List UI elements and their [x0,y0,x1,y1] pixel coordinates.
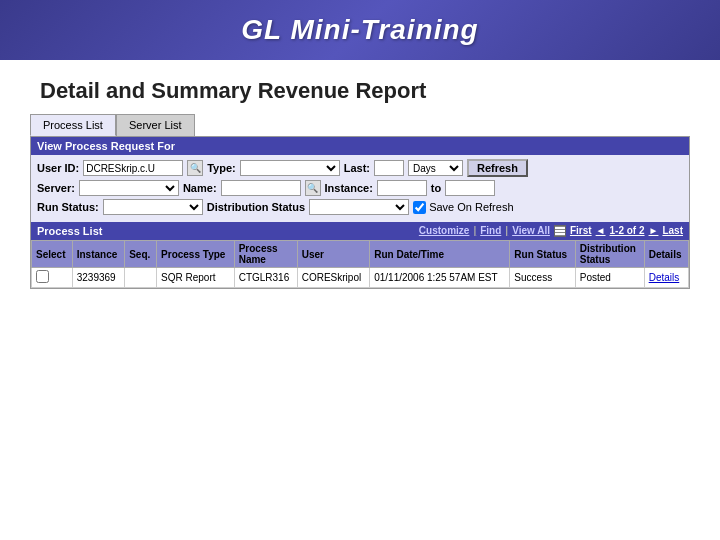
first-nav[interactable]: First [570,225,592,237]
view-all-link[interactable]: View All [512,225,550,237]
col-process-name: ProcessName [234,241,297,268]
main-content: Process List Server List View Process Re… [0,114,720,289]
table-header-row: Select Instance Seq. Process Type Proces… [32,241,689,268]
details-link[interactable]: Details [649,272,680,283]
main-panel: View Process Request For User ID: 🔍 Type… [30,136,690,289]
process-list-header: Process List Customize | Find | View All… [31,222,689,240]
row-checkbox[interactable] [36,270,49,283]
cell-user: CORESkripol [297,268,369,288]
app-title: GL Mini-Training [241,14,478,46]
col-run-status: Run Status [510,241,575,268]
col-user: User [297,241,369,268]
cell-run-status: Success [510,268,575,288]
days-dropdown[interactable]: Days [408,160,463,176]
form-row-2: Server: Name: 🔍 Instance: to [37,180,683,196]
subtitle-area: Detail and Summary Revenue Report [0,60,720,114]
distribution-status-label: Distribution Status [207,201,305,213]
type-label: Type: [207,162,236,174]
run-status-dropdown[interactable] [103,199,203,215]
save-on-refresh-checkbox[interactable] [413,201,426,214]
tab-bar: Process List Server List [30,114,690,136]
col-seq: Seq. [125,241,157,268]
last-label: Last: [344,162,370,174]
cell-select[interactable] [32,268,73,288]
app-header: GL Mini-Training [0,0,720,60]
server-label: Server: [37,182,75,194]
user-id-search-icon[interactable]: 🔍 [187,160,203,176]
cell-process-name: CTGLR316 [234,268,297,288]
col-details: Details [644,241,688,268]
pagination-info: 1-2 of 2 [610,225,645,237]
process-table: Select Instance Seq. Process Type Proces… [31,240,689,288]
col-instance: Instance [72,241,124,268]
cell-process-type: SQR Report [157,268,235,288]
form-row-3: Run Status: Distribution Status Save On … [37,199,683,215]
page-subtitle: Detail and Summary Revenue Report [40,78,426,103]
last-input[interactable] [374,160,404,176]
col-process-type: Process Type [157,241,235,268]
user-id-label: User ID: [37,162,79,174]
table-row: 3239369 SQR Report CTGLR316 CORESkripol … [32,268,689,288]
cell-run-datetime: 01/11/2006 1:25 57AM EST [370,268,510,288]
instance-label: Instance: [325,182,373,194]
tab-server-list[interactable]: Server List [116,114,195,136]
instance-from-input[interactable] [377,180,427,196]
customize-link[interactable]: Customize [419,225,470,237]
cell-instance: 3239369 [72,268,124,288]
view-section-header: View Process Request For [31,137,689,155]
col-distribution-status: DistributionStatus [575,241,644,268]
grid-icon[interactable] [554,225,566,237]
col-select: Select [32,241,73,268]
to-label: to [431,182,441,194]
distribution-status-dropdown[interactable] [309,199,409,215]
name-search-icon[interactable]: 🔍 [305,180,321,196]
last-nav[interactable]: Last [662,225,683,237]
form-area: User ID: 🔍 Type: Last: Days Refresh Serv… [31,155,689,222]
cell-seq [125,268,157,288]
cell-details[interactable]: Details [644,268,688,288]
type-dropdown[interactable] [240,160,340,176]
instance-to-input[interactable] [445,180,495,196]
user-id-input[interactable] [83,160,183,176]
process-list-title: Process List [37,225,102,237]
cell-distribution-status: Posted [575,268,644,288]
name-input[interactable] [221,180,301,196]
process-list-controls: Customize | Find | View All First ◄ 1-2 … [419,225,683,237]
server-dropdown[interactable] [79,180,179,196]
tab-process-list[interactable]: Process List [30,114,116,136]
name-label: Name: [183,182,217,194]
run-status-label: Run Status: [37,201,99,213]
form-row-1: User ID: 🔍 Type: Last: Days Refresh [37,159,683,177]
save-on-refresh-row: Save On Refresh [413,201,513,214]
find-link[interactable]: Find [480,225,501,237]
save-on-refresh-label: Save On Refresh [429,201,513,213]
col-run-datetime: Run Date/Time [370,241,510,268]
refresh-button[interactable]: Refresh [467,159,528,177]
